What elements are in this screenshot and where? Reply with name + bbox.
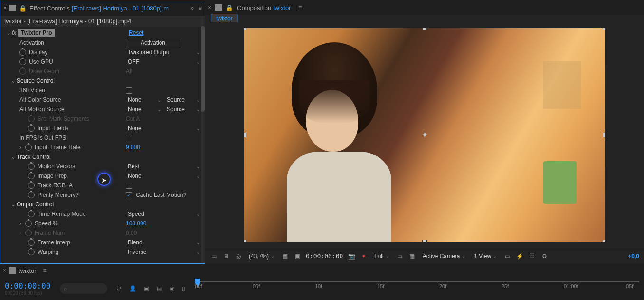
selection-handle[interactable] <box>244 28 246 30</box>
grid-icon[interactable]: ▦ <box>281 252 289 260</box>
flowchart-icon[interactable]: ♻ <box>540 252 548 260</box>
fast-preview-icon[interactable]: ⚡ <box>516 252 523 260</box>
stopwatch-icon[interactable] <box>28 125 35 132</box>
selection-handle[interactable] <box>422 28 427 30</box>
group-source-control[interactable]: ⌄Source Control <box>2 76 205 86</box>
shy-icon[interactable]: 👤 <box>129 285 136 292</box>
magnify-icon[interactable]: ▭ <box>210 252 218 260</box>
roi-icon[interactable]: ▭ <box>396 252 404 260</box>
chevron-right-icon[interactable]: » <box>190 5 194 11</box>
motion-blur-icon[interactable]: ▤ <box>157 285 162 292</box>
close-icon[interactable]: × <box>208 4 211 11</box>
speed-value[interactable]: 100,000 <box>126 220 146 227</box>
effect-controls-tabbar: × 🔒 Effect Controls [Erai-raws] Horimiya… <box>0 0 205 16</box>
panel-menu-icon[interactable]: ≡ <box>298 4 302 11</box>
lock-icon[interactable]: 🔒 <box>226 4 233 11</box>
mask-icon[interactable]: ◎ <box>235 252 242 260</box>
anchor-point-icon[interactable]: ✦ <box>421 130 428 140</box>
chevron-right-icon[interactable]: › <box>19 144 24 151</box>
fx-badge-icon[interactable]: fx <box>12 29 16 36</box>
stopwatch-icon[interactable] <box>25 144 32 151</box>
group-track-control[interactable]: ⌄Track Control <box>2 152 205 162</box>
infps-checkbox[interactable] <box>126 135 132 141</box>
stopwatch-icon[interactable] <box>19 49 26 56</box>
selection-handle[interactable] <box>244 240 246 242</box>
panel-menu-icon[interactable]: ≡ <box>43 267 47 274</box>
chevron-right-icon[interactable]: › <box>19 220 24 227</box>
scrollbar[interactable] <box>201 16 205 263</box>
alt-color-src-select[interactable]: Source⌄ <box>165 96 202 104</box>
display-select[interactable]: Twixtored Output⌄ <box>126 48 202 57</box>
alt-motion-select[interactable]: None⌄ <box>126 105 163 114</box>
effect-name[interactable]: Twixtor Pro <box>18 29 55 37</box>
alt-color-select[interactable]: None⌄ <box>126 96 163 104</box>
monitor-icon[interactable]: 🖥 <box>222 252 230 260</box>
frame-interp-select[interactable]: Blend⌄ <box>126 238 202 247</box>
render-icon[interactable]: ▯ <box>182 285 185 292</box>
timeline-search[interactable]: ⌕ <box>60 283 107 294</box>
panel-menu-icon[interactable]: ≡ <box>199 5 202 11</box>
prop-input-rate: ›Input: Frame Rate9,000 <box>2 143 205 152</box>
stopwatch-icon[interactable] <box>28 192 35 198</box>
zoom-select[interactable]: (43,7%)⌄ <box>247 253 276 260</box>
use-gpu-select[interactable]: OFF⌄ <box>126 58 202 66</box>
360-checkbox[interactable] <box>126 87 132 94</box>
effect-controls-tab[interactable]: Effect Controls [Erai-raws] Horimiya - 0… <box>29 5 169 12</box>
timecode-block[interactable]: 0:00:00:00 00000 (30:00 fps) <box>5 281 50 296</box>
plenty-mem-checkbox[interactable] <box>126 192 132 198</box>
chevron-down-icon[interactable]: ⌄ <box>11 154 16 160</box>
pixel-aspect-icon[interactable]: ▭ <box>503 252 511 260</box>
exposure-value[interactable]: +0,0 <box>628 253 639 260</box>
stopwatch-icon[interactable] <box>28 211 35 217</box>
stopwatch-icon[interactable] <box>28 249 35 255</box>
frame-blend-icon[interactable]: ▣ <box>144 285 149 292</box>
selection-handle[interactable] <box>603 240 605 242</box>
alt-motion-src-select[interactable]: Source⌄ <box>165 105 202 114</box>
effect-header[interactable]: ⌄ fx Twixtor Pro Reset <box>2 28 205 38</box>
motion-vectors-select[interactable]: Best⌄ <box>126 162 202 171</box>
selection-handle[interactable] <box>244 133 246 137</box>
lock-icon[interactable]: 🔒 <box>19 5 27 12</box>
chevron-down-icon[interactable]: ⌄ <box>11 77 16 84</box>
stopwatch-icon[interactable] <box>28 239 35 246</box>
selection-handle[interactable] <box>603 28 605 30</box>
current-timecode[interactable]: 0:00:00:00 <box>5 281 50 290</box>
channel-icon[interactable]: ✦ <box>360 252 368 260</box>
blend-icon[interactable]: ⇄ <box>117 285 122 292</box>
warping-select[interactable]: Inverse⌄ <box>126 248 202 256</box>
input-fields-select[interactable]: None⌄ <box>126 124 202 133</box>
transparency-icon[interactable]: ▦ <box>408 252 416 260</box>
preview-viewport[interactable]: ✦ <box>205 22 644 248</box>
timeline-ruler[interactable]: 00f 05f 10f 15f 20f 25f 01:00f 05f <box>195 281 639 296</box>
activation-button[interactable]: Activation <box>126 39 180 47</box>
guides-icon[interactable]: ▣ <box>294 252 301 260</box>
chevron-down-icon[interactable]: ⌄ <box>11 201 16 208</box>
close-icon[interactable]: × <box>3 267 6 274</box>
selection-handle[interactable] <box>603 133 605 137</box>
tick: 25f <box>502 283 509 289</box>
view-select[interactable]: 1 View⌄ <box>472 253 499 260</box>
timeline-tab[interactable]: twixtor <box>19 267 37 274</box>
graph-icon[interactable]: ◉ <box>170 285 174 292</box>
close-icon[interactable]: × <box>3 5 7 11</box>
stopwatch-icon[interactable] <box>25 220 32 227</box>
stopwatch-icon[interactable] <box>28 173 35 179</box>
stopwatch-icon[interactable] <box>28 182 35 189</box>
stopwatch-icon[interactable] <box>19 58 26 65</box>
track-rgba-checkbox[interactable] <box>126 183 132 189</box>
preview-timecode[interactable]: 0:00:00:00 <box>306 252 343 260</box>
stopwatch-icon[interactable] <box>28 163 35 170</box>
group-output-control[interactable]: ⌄Output Control <box>2 200 205 209</box>
time-remap-select[interactable]: Speed⌄ <box>126 210 202 218</box>
composition-tab[interactable]: Composition twixtor <box>237 4 291 11</box>
timeline-icon[interactable]: ☰ <box>528 252 536 260</box>
snapshot-icon[interactable]: 📷 <box>348 252 355 260</box>
camera-select[interactable]: Active Camera⌄ <box>421 253 468 260</box>
resolution-select[interactable]: Full⌄ <box>372 253 391 260</box>
image-prep-select[interactable]: None⌄ <box>126 172 202 180</box>
scrollbar-thumb[interactable] <box>201 26 205 112</box>
input-rate-value[interactable]: 9,000 <box>126 144 140 151</box>
chevron-down-icon[interactable]: ⌄ <box>6 29 11 36</box>
selection-handle[interactable] <box>422 240 427 242</box>
reset-link[interactable]: Reset <box>129 29 143 36</box>
